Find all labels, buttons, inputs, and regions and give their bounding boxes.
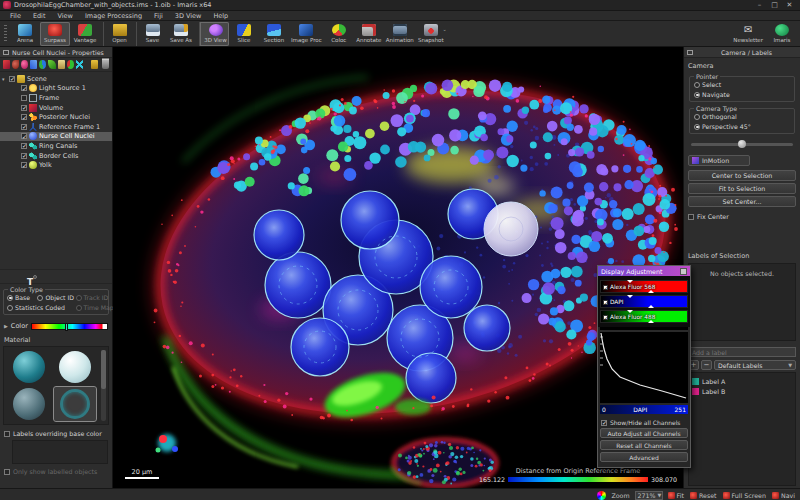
color-type-option[interactable]: Track ID bbox=[76, 294, 105, 301]
show-hide-all-checkbox[interactable] bbox=[601, 420, 607, 426]
toolbar-button[interactable]: Surpass bbox=[40, 22, 70, 46]
tree-item-checkbox[interactable] bbox=[21, 95, 27, 101]
radio-button[interactable] bbox=[694, 114, 700, 120]
window-control-button[interactable]: – bbox=[752, 1, 767, 9]
color-type-option[interactable]: Object ID bbox=[37, 294, 75, 301]
label-list-item[interactable]: Label B bbox=[692, 386, 792, 396]
only-show-labelled-checkbox[interactable] bbox=[4, 469, 10, 475]
properties-tab[interactable] bbox=[4, 276, 6, 278]
tree-item[interactable]: Volume bbox=[0, 103, 112, 113]
tree-item[interactable]: Border Cells bbox=[0, 151, 112, 161]
channel-range-bar[interactable]: DAPI bbox=[600, 295, 688, 308]
material-swatch[interactable] bbox=[8, 387, 51, 421]
status-bar-button[interactable]: Navi bbox=[772, 492, 795, 499]
properties-tab[interactable] bbox=[24, 276, 26, 278]
toolbar-button[interactable]: Imaris bbox=[767, 22, 797, 46]
toolbar-button[interactable]: Save bbox=[136, 22, 166, 46]
material-swatch[interactable] bbox=[8, 350, 51, 384]
radio-button[interactable] bbox=[694, 124, 700, 130]
material-scrollbar[interactable] bbox=[101, 350, 106, 421]
radio-button[interactable] bbox=[694, 92, 700, 98]
status-bar-button[interactable]: Reset bbox=[690, 492, 717, 499]
expand-arrow[interactable]: ▾ bbox=[2, 76, 7, 82]
tree-item[interactable]: Ring Canals bbox=[0, 141, 112, 151]
channel-range-bar[interactable]: Alexa Fluor 488 bbox=[600, 310, 688, 323]
label-color-list[interactable] bbox=[12, 440, 108, 464]
menu-item[interactable]: View bbox=[51, 12, 78, 20]
properties-tab[interactable] bbox=[14, 276, 16, 278]
menu-item[interactable]: Edit bbox=[27, 12, 52, 20]
pointer-option[interactable]: Navigate bbox=[694, 91, 790, 98]
toolbar-button[interactable]: Arena bbox=[10, 22, 40, 46]
tree-item-checkbox[interactable] bbox=[21, 153, 27, 159]
status-bar-button[interactable]: Full Screen bbox=[723, 492, 766, 499]
properties-tab[interactable] bbox=[39, 276, 41, 278]
tree-item[interactable]: Frame bbox=[0, 93, 112, 103]
color-wheel-icon[interactable] bbox=[597, 491, 606, 500]
radio-button[interactable] bbox=[7, 295, 13, 301]
tree-item-checkbox[interactable] bbox=[21, 133, 27, 139]
zoom-dropdown[interactable]: 271% ▼ bbox=[635, 491, 663, 500]
object-tool-icon[interactable] bbox=[91, 60, 98, 69]
tree-item-checkbox[interactable] bbox=[21, 114, 27, 120]
label-list-item[interactable]: Label A bbox=[692, 376, 792, 386]
channel-visibility-checkbox[interactable] bbox=[603, 285, 608, 290]
color-slider-thumb[interactable] bbox=[65, 323, 68, 331]
channel-name[interactable]: Alexa Fluor 488 bbox=[610, 314, 655, 320]
toolbar-button[interactable]: Image Proc bbox=[289, 22, 324, 46]
object-tool-icon[interactable] bbox=[102, 60, 109, 69]
radio-button[interactable] bbox=[76, 295, 82, 301]
labels-overriding-checkbox[interactable] bbox=[4, 431, 10, 437]
tree-item[interactable]: Light Source 1 bbox=[0, 84, 112, 94]
toolbar-button[interactable]: Coloc bbox=[324, 22, 354, 46]
tree-item-checkbox[interactable] bbox=[21, 124, 27, 130]
radio-button[interactable] bbox=[76, 305, 82, 311]
toolbar-button[interactable]: Slice bbox=[229, 22, 259, 46]
material-swatch[interactable] bbox=[54, 350, 97, 384]
tree-item-checkbox[interactable] bbox=[21, 85, 27, 91]
toolbar-button[interactable]: Section bbox=[259, 22, 289, 46]
toolbar-button[interactable]: Vantage bbox=[70, 22, 100, 46]
menu-item[interactable]: Help bbox=[207, 12, 234, 20]
object-tool-icon[interactable] bbox=[21, 60, 28, 69]
perspective-slider[interactable] bbox=[691, 143, 793, 146]
camera-type-option[interactable]: Orthogonal bbox=[694, 113, 790, 120]
inmotion-button[interactable]: InMotion bbox=[688, 155, 750, 166]
object-tool-icon[interactable] bbox=[3, 60, 10, 69]
toolbar-button[interactable]: Snapshot ⌄ bbox=[416, 22, 446, 46]
display-adjustment-button[interactable]: Advanced bbox=[600, 452, 688, 462]
object-tool-icon[interactable] bbox=[30, 60, 37, 69]
material-swatch[interactable] bbox=[54, 387, 97, 421]
tree-item-checkbox[interactable] bbox=[21, 143, 27, 149]
menu-item[interactable]: Fiji bbox=[148, 12, 169, 20]
menu-item[interactable]: 3D View bbox=[169, 12, 208, 20]
channel-visibility-checkbox[interactable] bbox=[603, 300, 608, 305]
display-adjustment-titlebar[interactable]: Display Adjustment bbox=[598, 266, 690, 276]
window-control-button[interactable]: □ bbox=[767, 1, 782, 9]
label-group-dropdown[interactable]: Default Labels ▼ bbox=[714, 360, 796, 370]
toolbar-button[interactable]: 3D View bbox=[199, 22, 229, 46]
remove-label-button[interactable]: − bbox=[701, 360, 712, 370]
fix-center-checkbox[interactable] bbox=[688, 214, 694, 220]
dialog-menu-button[interactable] bbox=[680, 268, 687, 275]
toolbar-button[interactable]: Annotate bbox=[354, 22, 384, 46]
radio-button[interactable] bbox=[694, 82, 700, 88]
tree-item-checkbox[interactable] bbox=[21, 105, 27, 111]
camera-action-button[interactable]: Center to Selection bbox=[688, 170, 796, 181]
properties-tab[interactable] bbox=[34, 276, 36, 278]
object-tool-icon[interactable] bbox=[39, 60, 46, 69]
properties-tab[interactable] bbox=[19, 276, 21, 278]
tree-item[interactable]: ▾ Scene bbox=[0, 74, 112, 84]
color-type-option[interactable]: Base bbox=[7, 294, 37, 301]
menu-item[interactable]: File bbox=[4, 12, 27, 20]
display-adjustment-button[interactable]: Reset all Channels bbox=[600, 440, 688, 450]
color-type-option[interactable]: Statistics Coded bbox=[7, 304, 76, 311]
radio-button[interactable] bbox=[7, 305, 13, 311]
slider-thumb[interactable] bbox=[738, 140, 746, 148]
camera-action-button[interactable]: Set Center... bbox=[688, 196, 796, 207]
object-tool-icon[interactable] bbox=[48, 60, 55, 69]
tree-item[interactable]: Posterior Nuclei bbox=[0, 112, 112, 122]
channel-name[interactable]: Alexa Fluor 568 bbox=[610, 284, 655, 290]
color-type-option[interactable]: Time Mapped bbox=[76, 304, 105, 311]
object-tool-icon[interactable] bbox=[58, 60, 65, 69]
